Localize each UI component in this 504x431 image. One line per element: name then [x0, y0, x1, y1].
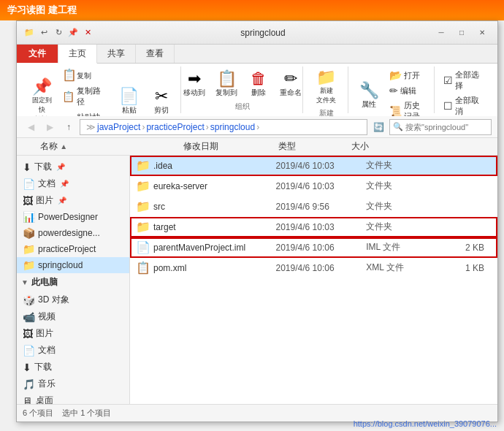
sidebar-item-download[interactable]: ⬇ 下载 📌	[17, 159, 129, 175]
pin-icon3: 📌	[58, 197, 66, 205]
blog-header: 学习读图 建工程	[0, 0, 504, 20]
sidebar-item-practiceproject[interactable]: 📁 practiceProject	[17, 241, 129, 257]
col-header-type[interactable]: 类型	[278, 140, 351, 153]
tab-home[interactable]: 主页	[58, 45, 97, 64]
open-icon: 📂	[389, 69, 402, 81]
delete-button[interactable]: 🗑 删除	[244, 69, 273, 99]
cut-button[interactable]: ✂ 剪切	[147, 87, 176, 117]
file-item[interactable]: 📋 pom.xml 2019/4/6 10:06 XML 文件 1 KB	[130, 258, 497, 278]
minimize-button[interactable]: ─	[432, 26, 451, 40]
sidebar-item-docs2[interactable]: 📄 文档	[17, 342, 129, 359]
file-item[interactable]: 📁 eureka-server 2019/4/6 10:03 文件夹	[130, 176, 497, 197]
pin-icon: 📌	[32, 79, 52, 95]
tab-share[interactable]: 共享	[97, 45, 136, 63]
new-content: 📁 新建文件夹	[312, 68, 341, 107]
explorer-window: 📁 ↩ ↻ 📌 ✕ springcloud ─ □ ✕ 文件 主页 共享 查看 …	[16, 20, 498, 422]
up-button[interactable]: ↑	[61, 119, 77, 135]
sidebar-item-download2[interactable]: ⬇ 下载	[17, 359, 129, 375]
item-count: 6 个项目	[23, 408, 53, 419]
tb-icon-redo[interactable]: ↻	[52, 26, 65, 39]
file-name: target	[153, 222, 276, 232]
file-item[interactable]: 📁 src 2019/4/6 9:56 文件夹	[130, 197, 497, 217]
path-part-3[interactable]: springcloud	[210, 122, 255, 132]
tb-icon-back[interactable]: ↩	[37, 26, 50, 39]
tb-icon-close[interactable]: ✕	[81, 26, 94, 39]
file-date: 2019/4/6 10:06	[276, 263, 367, 273]
path-part-1[interactable]: javaProject	[97, 122, 140, 132]
file-date: 2019/4/6 10:06	[276, 243, 367, 253]
sidebar-item-powerdesigner[interactable]: 📊 PowerDesigner	[17, 209, 129, 225]
organize-label: 组织	[235, 102, 250, 112]
properties-button[interactable]: 🔧 属性	[354, 81, 383, 111]
copy-path-button[interactable]: 📋 复制路径	[59, 84, 112, 109]
sidebar-item-music[interactable]: 🎵 音乐	[17, 375, 129, 392]
practiceproject-icon: 📁	[23, 243, 35, 255]
sidebar-item-powerdesigne2[interactable]: 📦 powerdesigne...	[17, 225, 129, 241]
copy-to-icon: 📋	[217, 71, 237, 87]
window-title: springcloud	[97, 28, 429, 38]
new-folder-icon: 📁	[316, 69, 336, 85]
this-pc-section[interactable]: ▼ 此电脑	[17, 273, 129, 291]
select-all-icon: ☑	[443, 75, 453, 86]
close-button[interactable]: ✕	[473, 26, 492, 40]
ribbon-content: 📌 固定到快速访问 📋 复制 📋 复制路径 🔗 粘贴快捷方式	[17, 64, 497, 116]
file-item[interactable]: 📄 parentMavenProject.iml 2019/4/6 10:06 …	[130, 237, 497, 258]
sidebar-item-video[interactable]: 📹 视频	[17, 308, 129, 325]
file-item[interactable]: 📁 target 2019/4/6 10:03 文件夹	[130, 217, 497, 237]
3d-icon: 🎲	[23, 294, 35, 306]
file-date: 2019/4/6 10:03	[276, 181, 367, 191]
powerdesigner-icon: 📊	[23, 211, 35, 223]
title-bar: 📁 ↩ ↻ 📌 ✕ springcloud ─ □ ✕	[17, 21, 497, 45]
file-type: IML 文件	[366, 241, 435, 253]
download-icon: ⬇	[23, 161, 31, 173]
history-icon: 📜	[389, 105, 402, 117]
selected-count: 选中 1 个项目	[62, 408, 111, 419]
copy-button[interactable]: 📋 复制	[59, 68, 112, 83]
sidebar-item-documents[interactable]: 📄 文档 📌	[17, 175, 129, 192]
tab-file[interactable]: 文件	[17, 45, 58, 64]
deselect-all-button[interactable]: ☐ 全部取消	[440, 94, 487, 118]
open-button[interactable]: 📂 打开	[386, 68, 429, 83]
open-column: 📂 打开 ✏ 编辑 📜 历史记录	[386, 68, 429, 123]
sidebar-item-3d[interactable]: 🎲 3D 对象	[17, 291, 129, 308]
sidebar-item-desktop[interactable]: 🖥 桌面	[17, 392, 129, 404]
paste-button[interactable]: 📄 粘贴	[115, 87, 144, 117]
copy-to-button[interactable]: 📋 复制到	[212, 69, 241, 99]
file-type: 文件夹	[366, 159, 435, 172]
col-header-size[interactable]: 大小	[351, 140, 410, 153]
title-bar-icons: 📁 ↩ ↻ 📌 ✕	[23, 26, 94, 39]
edit-button[interactable]: ✏ 编辑	[386, 83, 429, 98]
forward-button[interactable]: ▶	[42, 119, 58, 135]
path-part-2[interactable]: practiceProject	[146, 122, 204, 132]
file-type: XML 文件	[366, 262, 435, 274]
powerdesigne2-icon: 📦	[23, 227, 35, 239]
search-box[interactable]: 🔍	[389, 119, 492, 135]
back-button[interactable]: ◀	[23, 119, 39, 135]
move-to-button[interactable]: ➡ 移动到	[180, 69, 209, 99]
col-header-date[interactable]: 修改日期	[183, 140, 278, 153]
address-path[interactable]: ≫ javaProject › practiceProject › spring…	[80, 119, 367, 135]
ribbon-group-clipboard: 📌 固定到快速访问 📋 复制 📋 复制路径 🔗 粘贴快捷方式	[23, 66, 181, 113]
file-item[interactable]: 📁 .idea 2019/4/6 10:03 文件夹	[130, 156, 497, 176]
file-type: 文件夹	[366, 221, 435, 233]
tab-view[interactable]: 查看	[136, 45, 175, 63]
address-bar: ◀ ▶ ↑ ≫ javaProject › practiceProject › …	[17, 116, 497, 138]
blog-header-text: 学习读图 建工程	[7, 4, 77, 17]
col-header-name[interactable]: 名称 ▲	[37, 140, 183, 153]
search-input[interactable]	[405, 123, 488, 131]
rename-button[interactable]: ✏ 重命名	[276, 69, 305, 99]
refresh-button[interactable]: 🔄	[370, 119, 386, 135]
select-all-button[interactable]: ☑ 全部选择	[440, 68, 487, 93]
new-folder-button[interactable]: 📁 新建文件夹	[312, 68, 341, 107]
desktop-icon: 🖥	[23, 395, 33, 405]
sidebar-item-pictures[interactable]: 🖼 图片 📌	[17, 192, 129, 209]
pictures-icon: 🖼	[23, 195, 33, 207]
maximize-button[interactable]: □	[452, 26, 471, 40]
docs2-icon: 📄	[23, 345, 35, 356]
paste-icon: 📄	[119, 88, 139, 104]
sidebar-item-pictures2[interactable]: 🖼 图片	[17, 325, 129, 342]
ribbon-group-organize: ➡ 移动到 📋 复制到 🗑 删除 ✏ 重命名 组织	[183, 66, 303, 113]
ribbon-tabs: 文件 主页 共享 查看	[17, 45, 497, 64]
tb-icon-pin[interactable]: 📌	[66, 26, 80, 39]
sidebar-item-springcloud[interactable]: 📁 springcloud	[17, 257, 129, 273]
